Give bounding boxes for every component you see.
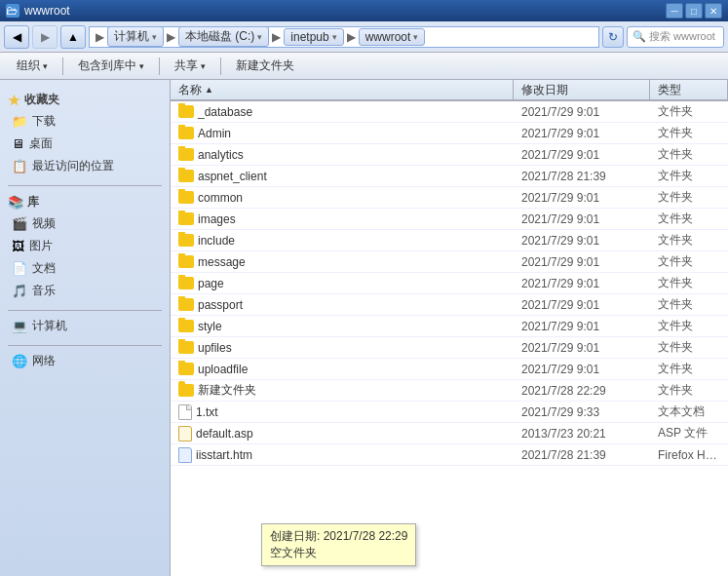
header-date[interactable]: 修改日期 (514, 80, 650, 99)
include-library-button[interactable]: 包含到库中 ▾ (69, 56, 153, 77)
toolbar-separator-2 (159, 58, 160, 75)
table-row[interactable]: iisstart.htm 2021/7/28 21:39 Firefox HTM… (171, 444, 728, 466)
file-type-cell: 文件夹 (650, 337, 728, 358)
table-row[interactable]: upfiles 2021/7/29 9:01 文件夹 (171, 337, 728, 359)
file-date-cell: 2021/7/29 9:01 (514, 211, 650, 228)
table-row[interactable]: 1.txt 2021/7/29 9:33 文本文档 (171, 402, 728, 423)
file-name-cell: Admin (171, 125, 514, 142)
sidebar-divider-3 (8, 345, 162, 346)
toolbar-separator-3 (220, 58, 221, 75)
file-date-cell: 2021/7/29 9:01 (514, 253, 650, 271)
sidebar-item-network[interactable]: 🌐 网络 (0, 350, 170, 372)
refresh-button[interactable]: ↻ (602, 26, 624, 48)
sidebar-item-documents[interactable]: 📄 文档 (0, 257, 170, 280)
recent-icon: 📋 (12, 159, 27, 173)
folder-icon (178, 127, 194, 139)
path-segment-inetpub[interactable]: inetpub ▾ (284, 28, 343, 46)
file-name: uploadfile (198, 363, 248, 376)
organize-button[interactable]: 组织 ▾ (8, 56, 57, 77)
address-bar: ◀ ▶ ▲ ▶ 计算机 ▾ ▶ 本地磁盘 (C:) ▾ ▶ inetpub ▾ … (0, 21, 728, 53)
folder-icon (178, 105, 194, 118)
header-name[interactable]: 名称 ▲ (171, 80, 514, 99)
file-name-cell: uploadfile (171, 361, 514, 378)
path-segment-label: 本地磁盘 (C:) (185, 28, 254, 45)
path-segment-wwwroot[interactable]: wwwroot ▾ (359, 28, 426, 46)
sidebar: ★ 收藏夹 📁 下载 🖥 桌面 📋 最近访问的位置 📚 库 (0, 80, 171, 576)
sidebar-item-desktop[interactable]: 🖥 桌面 (0, 133, 170, 155)
folder-icon (178, 170, 194, 182)
file-type-cell: 文件夹 (650, 273, 728, 293)
file-type-cell: 文件夹 (650, 251, 728, 272)
sidebar-item-images[interactable]: 🖼 图片 (0, 235, 170, 257)
sidebar-item-music[interactable]: 🎵 音乐 (0, 280, 170, 302)
table-row[interactable]: include 2021/7/29 9:01 文件夹 (171, 230, 728, 251)
file-type-cell: 文件夹 (650, 187, 728, 208)
sidebar-item-downloads[interactable]: 📁 下载 (0, 110, 170, 133)
file-date-cell: 2021/7/29 9:01 (514, 318, 650, 335)
sidebar-computer-section: 💻 计算机 (0, 315, 170, 337)
maximize-button[interactable]: □ (685, 3, 703, 19)
file-type-cell: 文件夹 (650, 209, 728, 229)
sidebar-item-recent[interactable]: 📋 最近访问的位置 (0, 155, 170, 177)
address-path: ▶ 计算机 ▾ ▶ 本地磁盘 (C:) ▾ ▶ inetpub ▾ ▶ wwwr… (95, 26, 425, 47)
file-name-cell: include (171, 232, 514, 250)
table-row[interactable]: 新建文件夹 2021/7/28 22:29 文件夹 (171, 380, 728, 402)
file-date-cell: 2021/7/29 9:01 (514, 275, 650, 292)
table-row[interactable]: Admin 2021/7/29 9:01 文件夹 (171, 123, 728, 144)
file-name-cell: 新建文件夹 (171, 380, 514, 401)
file-name-cell: page (171, 275, 514, 292)
file-name: include (198, 234, 235, 248)
file-date-cell: 2013/7/23 20:21 (514, 425, 650, 442)
up-button[interactable]: ▲ (60, 25, 86, 49)
new-folder-button[interactable]: 新建文件夹 (227, 56, 303, 77)
table-row[interactable]: common 2021/7/29 9:01 文件夹 (171, 187, 728, 209)
table-row[interactable]: uploadfile 2021/7/29 9:01 文件夹 (171, 359, 728, 380)
file-name-cell: analytics (171, 146, 514, 164)
favorites-label: 收藏夹 (24, 92, 59, 108)
video-icon: 🎬 (12, 216, 27, 231)
file-date-cell: 2021/7/29 9:01 (514, 361, 650, 378)
address-box[interactable]: ▶ 计算机 ▾ ▶ 本地磁盘 (C:) ▾ ▶ inetpub ▾ ▶ wwwr… (89, 26, 599, 48)
back-button[interactable]: ◀ (4, 25, 29, 49)
sidebar-network-section: 🌐 网络 (0, 350, 170, 372)
sidebar-item-computer[interactable]: 💻 计算机 (0, 315, 170, 337)
table-row[interactable]: message 2021/7/29 9:01 文件夹 (171, 251, 728, 273)
share-button[interactable]: 共享 ▾ (166, 56, 214, 77)
table-row[interactable]: images 2021/7/29 9:01 文件夹 (171, 209, 728, 230)
path-segment-label: 计算机 (114, 28, 149, 45)
table-row[interactable]: default.asp 2013/7/23 20:21 ASP 文件 (171, 423, 728, 444)
table-row[interactable]: analytics 2021/7/29 9:01 文件夹 (171, 144, 728, 166)
search-box[interactable]: 🔍 搜索 wwwroot (627, 26, 724, 48)
sidebar-item-label: 图片 (29, 238, 53, 254)
window-title: wwwroot (24, 4, 666, 18)
folder-icon (178, 298, 194, 311)
file-date-cell: 2021/7/29 9:01 (514, 232, 650, 250)
forward-button[interactable]: ▶ (32, 25, 57, 49)
path-segment-computer[interactable]: 计算机 ▾ (107, 26, 164, 47)
file-type-cell: 文件夹 (650, 359, 728, 379)
tooltip-line1: 创建日期: 2021/7/28 22:29 (270, 528, 407, 545)
file-name-cell: common (171, 189, 514, 207)
file-type-cell: 文本文档 (650, 402, 728, 422)
table-row[interactable]: style 2021/7/29 9:01 文件夹 (171, 316, 728, 337)
chevron-down-icon: ▾ (201, 61, 206, 71)
table-row[interactable]: _database 2021/7/29 9:01 文件夹 (171, 101, 728, 123)
table-row[interactable]: aspnet_client 2021/7/28 21:39 文件夹 (171, 166, 728, 187)
close-button[interactable]: ✕ (705, 3, 722, 19)
file-name-cell: message (171, 253, 514, 271)
file-name: page (198, 277, 224, 290)
file-list-header: 名称 ▲ 修改日期 类型 (171, 80, 728, 101)
table-row[interactable]: passport 2021/7/29 9:01 文件夹 (171, 294, 728, 316)
file-date-cell: 2021/7/28 22:29 (514, 382, 650, 400)
table-row[interactable]: page 2021/7/29 9:01 文件夹 (171, 273, 728, 294)
file-name: upfiles (198, 341, 232, 355)
sidebar-item-video[interactable]: 🎬 视频 (0, 212, 170, 235)
header-type[interactable]: 类型 (650, 80, 728, 99)
file-date-cell: 2021/7/29 9:01 (514, 189, 650, 207)
path-segment-label: wwwroot (365, 30, 411, 44)
file-date-cell: 2021/7/28 21:39 (514, 446, 650, 464)
minimize-button[interactable]: ─ (666, 3, 683, 19)
path-segment-disk[interactable]: 本地磁盘 (C:) ▾ (178, 26, 269, 47)
file-name: 新建文件夹 (198, 382, 256, 399)
computer-icon: 💻 (12, 319, 27, 333)
